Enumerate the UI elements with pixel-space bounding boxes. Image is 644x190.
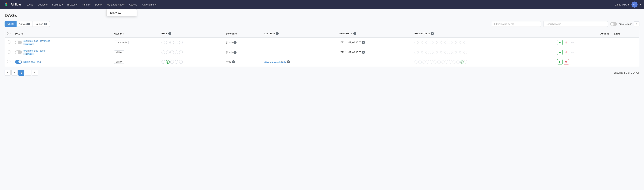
last-run-link[interactable]: 2022-11-10, 15:22:50 bbox=[264, 60, 286, 63]
dag-sort-icon[interactable]: ⇅ bbox=[21, 33, 23, 35]
task-circle[interactable] bbox=[449, 51, 452, 54]
nav-dags[interactable]: DAGs bbox=[25, 2, 35, 7]
run-circle[interactable] bbox=[179, 41, 183, 44]
run-circle[interactable] bbox=[174, 50, 178, 54]
owner-sort-icon[interactable]: ⇅ bbox=[122, 33, 124, 35]
task-circle[interactable] bbox=[434, 51, 437, 54]
task-circle[interactable] bbox=[418, 41, 422, 44]
next-run-row-info-icon[interactable]: i bbox=[362, 51, 365, 54]
tab-all[interactable]: All 3 bbox=[4, 21, 16, 27]
select-all-check[interactable]: ℹ bbox=[7, 32, 10, 35]
more-options-button[interactable]: ··· bbox=[570, 59, 576, 64]
task-circle[interactable] bbox=[441, 41, 444, 44]
delete-dag-button[interactable]: 🗑 bbox=[564, 50, 569, 55]
task-circle[interactable] bbox=[434, 60, 437, 63]
dag-toggle[interactable] bbox=[15, 41, 22, 44]
task-circle[interactable] bbox=[449, 60, 452, 63]
page-1-btn[interactable]: 1 bbox=[18, 70, 24, 76]
task-circle[interactable] bbox=[460, 41, 464, 44]
task-circle[interactable] bbox=[418, 60, 422, 63]
run-circle[interactable] bbox=[174, 41, 178, 44]
task-circle[interactable] bbox=[445, 60, 448, 63]
page-last-btn[interactable]: » bbox=[32, 70, 38, 76]
task-circle[interactable] bbox=[456, 41, 460, 44]
page-prev-btn[interactable]: ‹ bbox=[12, 70, 18, 76]
refresh-button[interactable]: ↻ bbox=[634, 21, 640, 27]
schedule-info-icon[interactable]: i bbox=[232, 60, 235, 63]
task-circle[interactable] bbox=[464, 60, 467, 63]
task-circle[interactable] bbox=[452, 41, 456, 44]
brand-logo[interactable]: Airflow bbox=[3, 1, 21, 7]
next-run-row-info-icon[interactable]: i bbox=[362, 41, 365, 44]
dag-toggle[interactable] bbox=[15, 60, 22, 64]
run-dag-button[interactable]: ▶ bbox=[557, 40, 562, 45]
schedule-info-icon[interactable]: i bbox=[234, 51, 236, 54]
task-circle[interactable] bbox=[434, 41, 437, 44]
nav-browse[interactable]: Browse ▾ bbox=[65, 2, 79, 7]
task-circle[interactable] bbox=[422, 41, 426, 44]
task-circle[interactable] bbox=[449, 41, 452, 44]
task-circle[interactable] bbox=[460, 51, 464, 54]
task-circle[interactable] bbox=[437, 60, 441, 63]
task-circle[interactable] bbox=[464, 51, 467, 54]
nav-security[interactable]: Security ▾ bbox=[50, 2, 64, 7]
task-circle[interactable] bbox=[414, 60, 418, 63]
task-circle[interactable] bbox=[437, 51, 441, 54]
tag-filter-input[interactable] bbox=[492, 21, 541, 27]
task-circle[interactable] bbox=[414, 41, 418, 44]
task-circle[interactable] bbox=[452, 51, 456, 54]
run-circle[interactable] bbox=[166, 41, 170, 44]
task-circle[interactable] bbox=[426, 51, 429, 54]
nav-avatar[interactable]: AU bbox=[632, 1, 638, 7]
task-circle[interactable] bbox=[456, 60, 460, 63]
run-circle[interactable] bbox=[166, 50, 170, 54]
task-circle[interactable] bbox=[441, 60, 444, 63]
task-circle[interactable] bbox=[430, 41, 433, 44]
runs-info-icon[interactable]: i bbox=[168, 32, 171, 35]
run-circle[interactable] bbox=[179, 50, 183, 54]
task-circle[interactable] bbox=[437, 41, 441, 44]
dag-name-link[interactable]: plugin_test_dag bbox=[23, 60, 41, 63]
task-circle[interactable] bbox=[426, 60, 429, 63]
tab-active[interactable]: Active 1 bbox=[16, 21, 32, 27]
run-circle[interactable] bbox=[170, 41, 174, 44]
row-check-icon[interactable] bbox=[7, 50, 10, 54]
nav-admin[interactable]: Admin ▾ bbox=[80, 2, 92, 7]
last-run-row-info-icon[interactable]: i bbox=[287, 60, 290, 63]
page-first-btn[interactable]: « bbox=[4, 70, 11, 76]
task-circle[interactable] bbox=[422, 51, 426, 54]
nav-extra-view[interactable]: My Extra View ▾ bbox=[105, 2, 126, 7]
recent-tasks-info-icon[interactable]: i bbox=[431, 32, 434, 35]
run-circle[interactable] bbox=[170, 60, 174, 64]
run-circle[interactable] bbox=[162, 50, 165, 54]
task-circle[interactable]: 3 bbox=[460, 60, 464, 63]
more-options-button[interactable]: ··· bbox=[570, 50, 576, 55]
row-check-icon[interactable] bbox=[7, 40, 10, 44]
run-circle[interactable]: 5 bbox=[166, 60, 170, 64]
dag-name-link[interactable]: example_dag_basic bbox=[23, 49, 46, 52]
next-run-info-icon[interactable]: i bbox=[353, 32, 356, 35]
task-circle[interactable] bbox=[422, 60, 426, 63]
dag-toggle[interactable] bbox=[15, 50, 22, 54]
dropdown-test-view[interactable]: Test View bbox=[106, 9, 136, 16]
run-circle[interactable] bbox=[174, 60, 178, 64]
nav-time[interactable]: 18:57 UTC ▾ bbox=[615, 3, 629, 6]
dag-search-input[interactable] bbox=[543, 21, 608, 27]
run-dag-button[interactable]: ▶ bbox=[557, 59, 562, 64]
run-circle[interactable] bbox=[162, 41, 165, 44]
run-dag-button[interactable]: ▶ bbox=[557, 50, 562, 55]
more-options-button[interactable]: ··· bbox=[570, 40, 576, 45]
task-circle[interactable] bbox=[445, 51, 448, 54]
task-circle[interactable] bbox=[430, 60, 433, 63]
delete-dag-button[interactable]: 🗑 bbox=[564, 40, 569, 45]
nav-docs[interactable]: Docs ▾ bbox=[93, 2, 104, 7]
task-circle[interactable] bbox=[456, 51, 460, 54]
task-circle[interactable] bbox=[452, 60, 456, 63]
run-circle[interactable] bbox=[179, 60, 183, 64]
nav-datasets[interactable]: Datasets bbox=[36, 2, 50, 7]
row-check-icon[interactable] bbox=[7, 60, 10, 63]
nav-astronomer[interactable]: Astronomer ▾ bbox=[140, 2, 158, 7]
delete-dag-button[interactable]: 🗑 bbox=[564, 59, 569, 64]
task-circle[interactable] bbox=[464, 41, 467, 44]
task-circle[interactable] bbox=[426, 41, 429, 44]
